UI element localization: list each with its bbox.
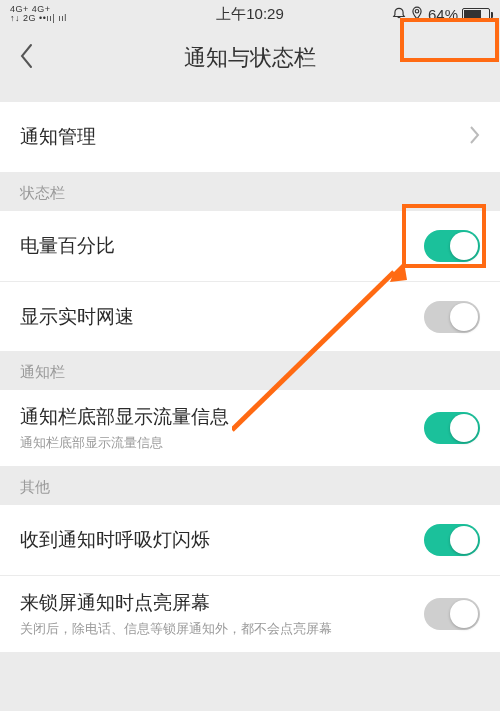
annotation-box-toggle	[402, 204, 486, 268]
row-sublabel: 通知栏底部显示流量信息	[20, 434, 424, 452]
group-other: 收到通知时呼吸灯闪烁 来锁屏通知时点亮屏幕 关闭后，除电话、信息等锁屏通知外，都…	[0, 505, 500, 652]
row-net-speed[interactable]: 显示实时网速	[0, 281, 500, 351]
row-screen-on-notify[interactable]: 来锁屏通知时点亮屏幕 关闭后，除电话、信息等锁屏通知外，都不会点亮屏幕	[0, 575, 500, 652]
section-other: 其他	[0, 466, 500, 505]
signal-indicator: 4G+ 4G+ ↑↓ 2G ••ıı| ııl	[10, 5, 67, 23]
signal-line2: ↑↓ 2G ••ıı| ııl	[10, 14, 67, 23]
row-sublabel: 关闭后，除电话、信息等锁屏通知外，都不会点亮屏幕	[20, 620, 424, 638]
row-notify-management[interactable]: 通知管理	[0, 102, 500, 172]
row-label: 收到通知时呼吸灯闪烁	[20, 527, 424, 553]
toggle-screen-on-notify[interactable]	[424, 598, 480, 630]
row-traffic-info[interactable]: 通知栏底部显示流量信息 通知栏底部显示流量信息	[0, 390, 500, 466]
row-breathing-led[interactable]: 收到通知时呼吸灯闪烁	[0, 505, 500, 575]
group-notify-mgmt: 通知管理	[0, 102, 500, 172]
toggle-net-speed[interactable]	[424, 301, 480, 333]
back-button[interactable]	[18, 41, 36, 75]
section-notify-panel: 通知栏	[0, 351, 500, 390]
toggle-traffic-info[interactable]	[424, 412, 480, 444]
chevron-right-icon	[468, 125, 480, 149]
annotation-box-top	[400, 18, 499, 62]
clock: 上午10:29	[216, 5, 284, 24]
toggle-breathing-led[interactable]	[424, 524, 480, 556]
row-label: 通知管理	[20, 124, 468, 150]
group-notify-panel: 通知栏底部显示流量信息 通知栏底部显示流量信息	[0, 390, 500, 466]
row-label: 来锁屏通知时点亮屏幕	[20, 590, 424, 616]
row-label: 显示实时网速	[20, 304, 424, 330]
page-title: 通知与状态栏	[184, 43, 316, 73]
row-label: 电量百分比	[20, 233, 424, 259]
row-label: 通知栏底部显示流量信息	[20, 404, 424, 430]
